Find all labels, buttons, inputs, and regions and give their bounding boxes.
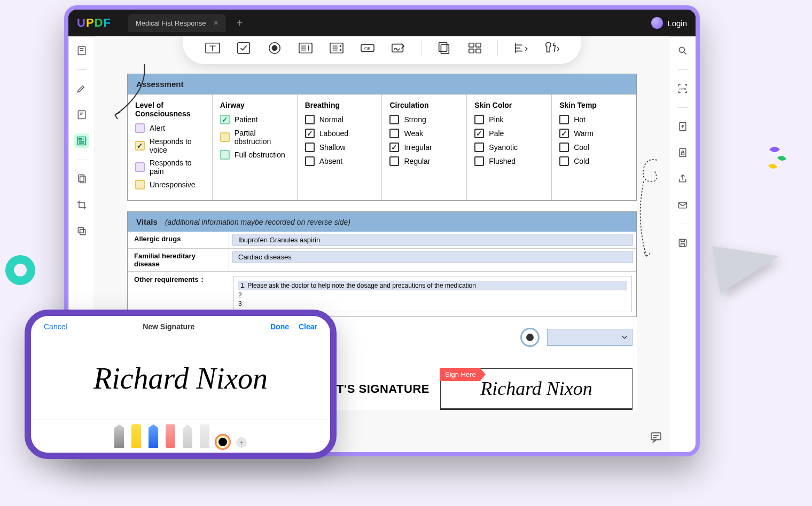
checkbox-icon[interactable] xyxy=(235,41,252,56)
text-field-icon[interactable] xyxy=(204,41,221,56)
edit-icon[interactable] xyxy=(74,107,89,122)
comment-icon[interactable] xyxy=(650,431,662,444)
svg-rect-20 xyxy=(441,45,449,54)
layers-icon[interactable] xyxy=(74,224,89,239)
button-icon[interactable]: OK xyxy=(359,41,376,56)
checkbox-row[interactable]: Laboued xyxy=(305,129,374,138)
checkbox-row[interactable]: Alert xyxy=(135,123,205,133)
checkbox[interactable] xyxy=(220,115,230,124)
checkbox-row[interactable]: Weak xyxy=(389,129,459,138)
phone-signature-canvas[interactable]: Richard Nixon xyxy=(31,337,330,420)
svg-rect-19 xyxy=(439,43,447,52)
checkbox[interactable] xyxy=(305,129,315,138)
checkbox-row[interactable]: Warm xyxy=(559,129,629,138)
checkbox-row[interactable]: Pink xyxy=(474,115,544,124)
checkbox-row[interactable]: Cold xyxy=(559,156,629,166)
checkbox-row[interactable]: Pale xyxy=(474,129,544,138)
avatar-icon xyxy=(651,17,663,29)
checkbox-row[interactable]: Full obstruction xyxy=(220,150,290,160)
checkbox[interactable] xyxy=(135,141,145,151)
checkbox-row[interactable]: Partial obstruction xyxy=(220,129,290,146)
thumbnails-icon[interactable] xyxy=(74,43,89,58)
add-color-button[interactable]: + xyxy=(236,437,247,448)
crop-icon[interactable] xyxy=(74,197,89,212)
checkbox[interactable] xyxy=(474,129,484,138)
checkbox[interactable] xyxy=(474,143,484,152)
done-button[interactable]: Done xyxy=(270,322,289,331)
copy-icon[interactable] xyxy=(435,41,452,56)
checkbox-row[interactable]: Syanotic xyxy=(474,143,544,152)
pen-tool-pencil[interactable] xyxy=(149,424,158,448)
cancel-button[interactable]: Cancel xyxy=(44,322,67,331)
checkbox[interactable] xyxy=(559,143,569,152)
checkbox-row[interactable]: Normal xyxy=(305,115,374,124)
svg-rect-9 xyxy=(238,43,249,53)
checkbox[interactable] xyxy=(305,115,315,124)
checkbox[interactable] xyxy=(220,132,230,142)
checkbox-row[interactable]: Shallow xyxy=(305,143,374,152)
save-icon[interactable] xyxy=(675,235,690,250)
svg-point-26 xyxy=(679,47,684,52)
organize-icon[interactable] xyxy=(74,171,89,186)
checkbox-row[interactable]: Flushed xyxy=(474,156,544,166)
checkbox-row[interactable]: Strong xyxy=(389,115,459,124)
checkbox[interactable] xyxy=(389,143,399,152)
search-icon[interactable] xyxy=(675,43,690,58)
checkbox[interactable] xyxy=(474,115,484,124)
share-icon[interactable] xyxy=(675,171,690,186)
protect-icon[interactable] xyxy=(675,145,690,160)
checkbox[interactable] xyxy=(559,129,569,138)
checkbox-row[interactable]: Hot xyxy=(559,115,629,124)
pen-tool-fine[interactable] xyxy=(114,424,124,448)
checkbox-row[interactable]: Cool xyxy=(559,143,629,152)
signature-field[interactable]: Sign Here Richard Nixon xyxy=(440,368,633,410)
color-picker[interactable] xyxy=(217,436,229,448)
vitals-value[interactable]: Cardiac diseases xyxy=(232,251,633,263)
checkbox[interactable] xyxy=(389,156,399,166)
form-icon[interactable] xyxy=(74,133,89,148)
checkbox[interactable] xyxy=(305,143,315,152)
checkbox-row[interactable]: Responds to voice xyxy=(135,137,205,154)
clear-button[interactable]: Clear xyxy=(299,322,317,331)
checkbox[interactable] xyxy=(389,129,399,138)
checkbox[interactable] xyxy=(220,150,230,160)
checkbox-row[interactable]: Responds to pain xyxy=(135,159,205,176)
checkbox[interactable] xyxy=(305,156,315,166)
dropdown-icon[interactable] xyxy=(297,41,314,56)
pen-tool-brush[interactable] xyxy=(183,424,192,448)
email-icon[interactable] xyxy=(675,197,690,212)
checkbox[interactable] xyxy=(389,115,399,124)
other-req-box[interactable]: 1. Please ask the doctor to help note th… xyxy=(233,276,632,312)
checkbox-row[interactable]: Irregular xyxy=(389,143,459,152)
signature-field-icon[interactable] xyxy=(390,41,407,56)
form-dropdown-sample[interactable] xyxy=(547,329,633,346)
login-button[interactable]: Login xyxy=(651,17,687,29)
checkbox-row[interactable]: Patient xyxy=(220,115,290,124)
grid-icon[interactable] xyxy=(466,41,483,56)
checkbox[interactable] xyxy=(559,156,569,166)
form-radio-sample[interactable] xyxy=(520,328,540,347)
close-tab-icon[interactable]: × xyxy=(213,18,218,28)
checkbox[interactable] xyxy=(474,156,484,166)
checkbox[interactable] xyxy=(135,123,145,133)
listbox-icon[interactable] xyxy=(328,41,345,56)
checkbox-row[interactable]: Unresponsive xyxy=(135,180,205,189)
new-tab-button[interactable]: + xyxy=(237,17,243,29)
align-icon[interactable] xyxy=(512,41,529,56)
pen-tool-highlighter[interactable] xyxy=(131,424,141,448)
pen-tool-ruler[interactable] xyxy=(200,424,209,448)
convert-icon[interactable] xyxy=(675,119,690,134)
checkbox-row[interactable]: Absent xyxy=(305,156,374,166)
vitals-value[interactable]: Ibuprofen Granules aspirin xyxy=(232,234,633,246)
checkbox[interactable] xyxy=(135,162,145,172)
checkbox[interactable] xyxy=(135,180,145,189)
checkbox[interactable] xyxy=(559,115,569,124)
annotate-icon[interactable] xyxy=(74,81,89,96)
checkbox-row[interactable]: Regular xyxy=(389,156,459,166)
app-logo: UPDF xyxy=(77,16,111,30)
ocr-icon[interactable]: OCR xyxy=(675,81,690,96)
radio-icon[interactable] xyxy=(266,41,283,56)
document-tab[interactable]: Medical Fist Response × xyxy=(128,14,226,32)
pen-tool-eraser[interactable] xyxy=(166,424,175,448)
tools-icon[interactable] xyxy=(543,41,560,56)
